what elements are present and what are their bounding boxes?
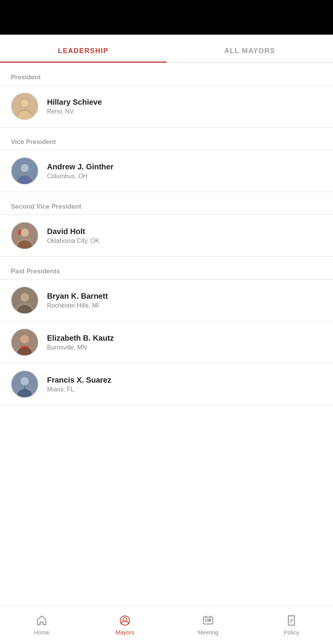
svg-point-3 bbox=[21, 99, 29, 107]
nav-label-meeting: Meeting bbox=[198, 629, 218, 636]
svg-point-30 bbox=[21, 377, 29, 385]
avatar-david bbox=[11, 222, 39, 249]
section-label-svp: Second Vice President bbox=[0, 192, 333, 214]
status-bar bbox=[0, 0, 333, 35]
tab-leadership[interactable]: LEADERSHIP bbox=[0, 38, 166, 62]
person-name-andrew: Andrew J. Ginther bbox=[47, 162, 113, 171]
person-location-elizabeth: Burnsville, MN bbox=[47, 344, 114, 351]
person-location-hillary: Reno, NV bbox=[47, 108, 102, 115]
avatar-francis bbox=[11, 370, 39, 398]
mayors-icon bbox=[119, 614, 131, 627]
section-label-vp: Vice President bbox=[0, 127, 333, 150]
tab-all-mayors[interactable]: ALL MAYORS bbox=[166, 38, 333, 62]
section-label-past: Past Presidents bbox=[0, 257, 333, 279]
svg-rect-38 bbox=[209, 621, 211, 621]
person-info-hillary: Hillary Schieve Reno, NV bbox=[47, 98, 102, 115]
svg-rect-36 bbox=[205, 619, 208, 621]
avatar-elizabeth bbox=[11, 328, 39, 356]
tabs-container: LEADERSHIP ALL MAYORS bbox=[0, 38, 333, 63]
person-name-david: David Holt bbox=[47, 227, 99, 236]
nav-item-home[interactable]: Home bbox=[0, 614, 83, 636]
nav-item-policy[interactable]: Policy bbox=[250, 614, 333, 636]
person-info-francis: Francis X. Suarez Miami, FL bbox=[47, 376, 111, 393]
person-location-francis: Miami, FL bbox=[47, 386, 111, 393]
svg-point-19 bbox=[21, 293, 29, 301]
person-name-francis: Francis X. Suarez bbox=[47, 376, 111, 385]
person-row-hillary[interactable]: Hillary Schieve Reno, NV bbox=[0, 85, 333, 127]
nav-label-home: Home bbox=[34, 629, 49, 636]
person-info-elizabeth: Elizabeth B. Kautz Burnsville, MN bbox=[47, 334, 114, 351]
person-row-david[interactable]: David Holt Oklahoma City, OK bbox=[0, 215, 333, 256]
svg-rect-37 bbox=[209, 619, 211, 620]
person-row-andrew[interactable]: Andrew J. Ginther Columbus, OH bbox=[0, 150, 333, 192]
svg-point-26 bbox=[20, 345, 29, 350]
policy-icon bbox=[285, 614, 298, 627]
nav-label-policy: Policy bbox=[284, 629, 299, 636]
person-row-elizabeth[interactable]: Elizabeth B. Kautz Burnsville, MN bbox=[0, 321, 333, 363]
person-row-francis[interactable]: Francis X. Suarez Miami, FL bbox=[0, 363, 333, 405]
person-info-david: David Holt Oklahoma City, OK bbox=[47, 227, 99, 244]
person-name-hillary: Hillary Schieve bbox=[47, 98, 102, 107]
person-name-elizabeth: Elizabeth B. Kautz bbox=[47, 334, 114, 343]
person-location-andrew: Columbus, OH bbox=[47, 173, 113, 180]
nav-label-mayors: Mayors bbox=[115, 629, 134, 636]
person-info-bryan: Bryan K. Barnett Rochester Hills, MI bbox=[47, 292, 108, 309]
svg-point-8 bbox=[21, 164, 29, 172]
content-area: President Hillary Schieve Reno, NV Vice … bbox=[0, 63, 333, 448]
person-info-andrew: Andrew J. Ginther Columbus, OH bbox=[47, 162, 113, 180]
meeting-icon bbox=[202, 614, 214, 627]
avatar-bryan bbox=[11, 286, 39, 314]
person-row-bryan[interactable]: Bryan K. Barnett Rochester Hills, MI bbox=[0, 279, 333, 321]
svg-point-34 bbox=[123, 617, 127, 621]
nav-item-mayors[interactable]: Mayors bbox=[83, 614, 166, 636]
person-location-david: Oklahoma City, OK bbox=[47, 238, 99, 244]
avatar-hillary bbox=[11, 92, 39, 120]
svg-point-13 bbox=[21, 229, 29, 237]
avatar-andrew bbox=[11, 157, 39, 185]
home-icon bbox=[35, 614, 48, 627]
bottom-nav: Home Mayors Meeting Policy bbox=[0, 606, 333, 644]
section-label-president: President bbox=[0, 63, 333, 85]
svg-rect-35 bbox=[204, 617, 213, 624]
svg-point-24 bbox=[21, 335, 29, 343]
divider bbox=[0, 405, 333, 405]
svg-rect-15 bbox=[18, 230, 21, 235]
person-location-bryan: Rochester Hills, MI bbox=[47, 302, 108, 309]
nav-item-meeting[interactable]: Meeting bbox=[166, 614, 250, 636]
person-name-bryan: Bryan K. Barnett bbox=[47, 292, 108, 301]
